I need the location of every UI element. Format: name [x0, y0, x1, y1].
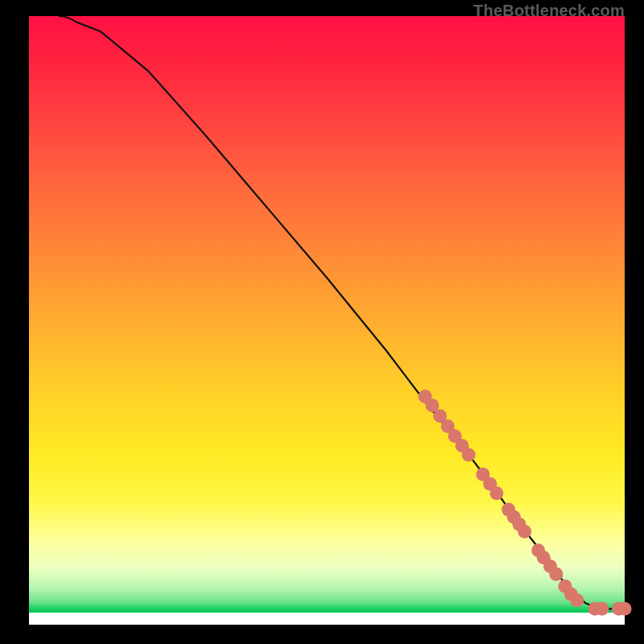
chart-stage: TheBottleneck.com	[0, 0, 644, 644]
data-point	[595, 602, 609, 616]
data-point	[618, 602, 632, 616]
plot-area	[29, 16, 625, 625]
curve-layer	[29, 16, 625, 625]
data-point	[489, 486, 503, 500]
data-point	[570, 593, 584, 607]
data-points-group	[419, 390, 632, 616]
bottleneck-curve	[59, 16, 625, 609]
data-point	[462, 448, 476, 462]
data-point	[549, 568, 563, 581]
data-point	[518, 525, 531, 539]
